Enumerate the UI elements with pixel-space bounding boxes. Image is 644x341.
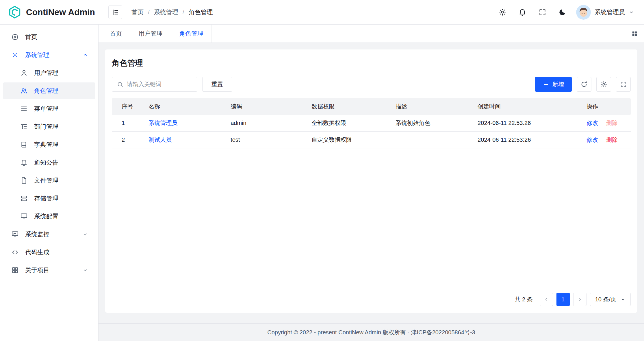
column-header: 序号	[112, 103, 139, 110]
settings-button[interactable]	[496, 6, 508, 18]
search-input[interactable]	[127, 81, 192, 88]
column-header: 创建时间	[468, 103, 577, 110]
sidebar-item-label: 用户管理	[34, 69, 58, 77]
user-menu[interactable]: 系统管理员	[576, 5, 634, 20]
cell-description: 系统初始角色	[386, 119, 468, 127]
column-header: 数据权限	[302, 103, 386, 110]
chevron-down-icon	[629, 10, 634, 15]
code-icon	[11, 248, 19, 256]
sidebar-item-dictionary-management[interactable]: 字典管理	[3, 136, 95, 153]
menu-icon	[20, 105, 28, 113]
cell-no: 1	[112, 120, 139, 126]
sidebar-collapse-button[interactable]	[108, 5, 122, 19]
app-logo-icon	[8, 5, 21, 19]
sidebar-item-label: 关于项目	[25, 266, 49, 274]
sidebar-item-system-management[interactable]: 系统管理	[3, 47, 95, 63]
sidebar-item-system-monitor[interactable]: 系统监控	[3, 226, 95, 243]
next-page-button[interactable]	[573, 293, 587, 306]
chevron-down-icon	[82, 231, 88, 237]
breadcrumb-separator: /	[148, 9, 150, 16]
notifications-button[interactable]	[516, 6, 528, 18]
logo-area[interactable]: ContiNew Admin	[0, 0, 99, 24]
org-tree-icon	[20, 123, 28, 130]
cell-code: admin	[221, 120, 302, 126]
sidebar-item-label: 存储管理	[34, 194, 58, 202]
cell-actions: 修改 删除	[577, 136, 631, 144]
sidebar-item-code-generation[interactable]: 代码生成	[3, 244, 95, 261]
gear-icon	[11, 51, 19, 59]
sidebar-item-home[interactable]: 首页	[3, 29, 95, 45]
refresh-button[interactable]	[577, 77, 591, 92]
page-content: 角色管理 重置	[99, 43, 644, 341]
edit-link[interactable]: 修改	[587, 137, 598, 143]
desktop-icon	[20, 213, 28, 220]
column-header: 编码	[221, 103, 302, 110]
page-title: 角色管理	[112, 58, 631, 68]
sidebar-item-label: 首页	[25, 33, 37, 41]
table-fullscreen-button[interactable]	[616, 77, 631, 92]
edit-link[interactable]: 修改	[587, 120, 598, 126]
tab-home[interactable]: 首页	[102, 25, 130, 43]
column-settings-button[interactable]	[596, 77, 611, 92]
sidebar-item-label: 系统配置	[34, 212, 58, 220]
dark-mode-button[interactable]	[556, 6, 568, 18]
prev-page-button[interactable]	[540, 293, 553, 306]
cell-created-at: 2024-06-11 22:53:26	[468, 120, 577, 126]
settings-icon	[498, 8, 506, 16]
breadcrumb-item-system[interactable]: 系统管理	[154, 8, 178, 16]
page-size-value: 10 条/页	[595, 296, 616, 303]
delete-link[interactable]: 删除	[606, 137, 618, 143]
sidebar: 首页 系统管理 用户管理 角色管理 菜单管理 部门管理	[0, 25, 99, 341]
app-title: ContiNew Admin	[26, 7, 95, 17]
chevron-right-icon	[577, 297, 582, 302]
sidebar-item-user-management[interactable]: 用户管理	[3, 64, 95, 81]
fullscreen-icon	[539, 8, 546, 16]
sidebar-item-notice-management[interactable]: 通知公告	[3, 154, 95, 171]
chevron-down-icon	[621, 297, 626, 302]
role-name-link[interactable]: 系统管理员	[149, 120, 177, 126]
sidebar-item-menu-management[interactable]: 菜单管理	[3, 100, 95, 117]
bell-icon	[518, 8, 526, 16]
sidebar-item-label: 代码生成	[25, 248, 49, 256]
sidebar-item-label: 角色管理	[34, 87, 58, 95]
sidebar-item-system-config[interactable]: 系统配置	[3, 208, 95, 225]
breadcrumb-separator: /	[183, 9, 184, 16]
copyright-footer: Copyright © 2022 - present ContiNew Admi…	[99, 323, 644, 341]
app-root: ContiNew Admin 首页 / 系统管理 / 角色管理	[0, 0, 644, 341]
sidebar-item-role-management[interactable]: 角色管理	[3, 82, 95, 99]
user-icon	[20, 69, 28, 77]
delete-link[interactable]: 删除	[606, 120, 618, 126]
cell-data-scope: 全部数据权限	[302, 119, 386, 127]
table-header-row: 序号 名称 编码 数据权限 描述 创建时间 操作	[112, 98, 631, 115]
fullscreen-icon	[620, 81, 627, 88]
sidebar-item-storage-management[interactable]: 存储管理	[3, 190, 95, 207]
tab-user-management[interactable]: 用户管理	[130, 25, 171, 43]
user-name: 系统管理员	[595, 8, 625, 16]
role-name-link[interactable]: 测试人员	[149, 137, 172, 143]
sidebar-item-about-project[interactable]: 关于项目	[3, 262, 95, 279]
tab-actions-button[interactable]	[625, 25, 644, 43]
apps-icon	[11, 266, 19, 274]
page-size-select[interactable]: 10 条/页	[590, 293, 631, 306]
fullscreen-button[interactable]	[536, 6, 548, 18]
reset-button[interactable]: 重置	[202, 77, 232, 92]
tab-role-management[interactable]: 角色管理	[171, 25, 212, 43]
column-header: 描述	[386, 103, 468, 110]
column-header: 操作	[577, 103, 631, 110]
sidebar-item-department-management[interactable]: 部门管理	[3, 118, 95, 135]
breadcrumb-item-home[interactable]: 首页	[131, 8, 144, 16]
sidebar-item-label: 系统管理	[25, 51, 49, 59]
refresh-icon	[580, 81, 588, 88]
search-box	[112, 77, 197, 92]
book-icon	[20, 141, 28, 148]
search-icon	[117, 81, 124, 88]
add-button[interactable]: 新增	[535, 77, 572, 92]
sidebar-item-file-management[interactable]: 文件管理	[3, 172, 95, 189]
page-1-button[interactable]: 1	[556, 293, 570, 306]
plus-icon	[543, 81, 549, 88]
grid-icon	[631, 30, 638, 37]
sidebar-item-label: 通知公告	[34, 158, 58, 167]
monitor-icon	[11, 231, 19, 238]
tab-bar: 首页 用户管理 角色管理	[99, 25, 644, 43]
toolbar: 重置 新增	[112, 77, 631, 92]
